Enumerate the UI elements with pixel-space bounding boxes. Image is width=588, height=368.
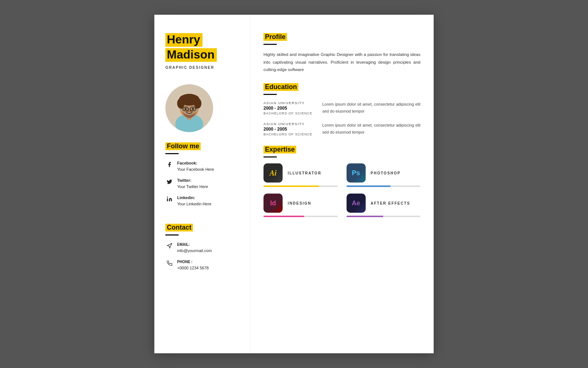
aftereffects-bar-bg <box>347 216 421 217</box>
indesign-label: INDESIGN <box>288 201 311 205</box>
indesign-bar-fill <box>263 216 304 217</box>
twitter-icon <box>165 178 173 186</box>
linkedin-icon <box>165 195 173 203</box>
expertise-section: Expertise Ai ILLUSTRATOR <box>263 146 420 217</box>
email-item: EMAIL: info@yourmail.com <box>165 241 239 254</box>
contact-title: Contact <box>165 224 193 231</box>
twitter-item: Twitter: Your Twitter Here <box>165 177 239 190</box>
profile-section: Profile Highly skilled and imaginative G… <box>263 33 420 74</box>
phone-value: +0000 1234 5678 <box>177 266 209 270</box>
svg-point-9 <box>183 94 195 101</box>
photoshop-label: PHOTOSHOP <box>371 171 401 175</box>
edu-years-1: 2000 - 2005 <box>263 106 315 111</box>
avatar <box>165 84 213 132</box>
phone-item: PHONE : +0000 1234 5678 <box>165 259 239 271</box>
edu-degree-1: BACHELORS OF SCIENCE <box>263 112 315 115</box>
indesign-bar-bg <box>263 216 338 217</box>
contact-divider <box>165 234 179 236</box>
edu-entry-1: ASIAN UNIVERSITY 2000 - 2005 BACHELORS O… <box>263 101 420 115</box>
first-name: Henry <box>165 33 202 47</box>
last-name: Madison <box>165 48 217 62</box>
left-column: Henry Madison GRAPHIC DESIGNER <box>154 15 250 353</box>
expertise-divider <box>263 156 277 158</box>
education-entries: ASIAN UNIVERSITY 2000 - 2005 BACHELORS O… <box>263 101 420 136</box>
expertise-aftereffects: Ae AFTER EFFECTS <box>347 194 421 217</box>
indesign-icon: Id <box>263 194 283 213</box>
contact-section: Contact EMAIL: info@yourmail.com PHONE :… <box>165 224 239 276</box>
edu-desc-2: Lorem ipsum dolor sit amet, consectetur … <box>322 122 420 136</box>
facebook-label: Facebook: <box>177 161 197 165</box>
expertise-photoshop: Ps PHOTOSHOP <box>347 163 421 187</box>
email-icon <box>165 242 173 250</box>
expertise-indesign-top: Id INDESIGN <box>263 194 338 213</box>
avatar-wrapper <box>165 84 239 132</box>
facebook-handle: Your Facebook Here <box>177 167 214 171</box>
illustrator-icon: Ai <box>263 163 283 183</box>
edu-degree-2: BACHELORS OF SCIENCE <box>263 132 315 136</box>
follow-title: Follow me <box>165 142 201 150</box>
expertise-aftereffects-top: Ae AFTER EFFECTS <box>347 194 421 213</box>
twitter-text: Twitter: Your Twitter Here <box>177 177 208 190</box>
svg-marker-18 <box>167 244 172 248</box>
expertise-title: Expertise <box>263 146 296 153</box>
facebook-icon <box>165 160 173 169</box>
avatar-image <box>165 84 213 132</box>
twitter-handle: Your Twitter Here <box>177 184 208 189</box>
expertise-illustrator-top: Ai ILLUSTRATOR <box>263 163 338 183</box>
edu-entry-2: ASIAN UNIVERSITY 2000 - 2005 BACHELORS O… <box>263 122 420 136</box>
profile-text: Highly skilled and imaginative Graphic D… <box>263 51 420 74</box>
expertise-grid: Ai ILLUSTRATOR Ps PHOTOSHOP <box>263 163 420 217</box>
expertise-illustrator: Ai ILLUSTRATOR <box>263 163 338 187</box>
edu-years-2: 2000 - 2005 <box>263 127 315 132</box>
edu-left-1: ASIAN UNIVERSITY 2000 - 2005 BACHELORS O… <box>263 101 315 115</box>
aftereffects-label: AFTER EFFECTS <box>371 201 410 205</box>
follow-divider <box>165 153 179 154</box>
aftereffects-icon: Ae <box>347 194 366 213</box>
phone-label: PHONE : <box>177 260 193 264</box>
education-title: Education <box>263 83 298 91</box>
edu-university-1: ASIAN UNIVERSITY <box>263 101 315 105</box>
illustrator-label: ILLUSTRATOR <box>288 171 322 175</box>
right-column: Profile Highly skilled and imaginative G… <box>250 15 434 353</box>
illustrator-bar-fill <box>263 185 319 187</box>
svg-point-15 <box>184 108 187 110</box>
profile-title: Profile <box>263 33 287 41</box>
expertise-photoshop-top: Ps PHOTOSHOP <box>347 163 421 183</box>
svg-point-16 <box>192 108 194 110</box>
email-value: info@yourmail.com <box>177 248 212 253</box>
linkedin-label: Linkedin: <box>177 195 195 200</box>
facebook-text: Facebook: Your Facebook Here <box>177 160 214 172</box>
job-title: GRAPHIC DESIGNER <box>165 66 239 70</box>
linkedin-text: Linkedin: Your Linkedin Here <box>177 195 211 207</box>
edu-desc-1: Lorem ipsum dolor sit amet, consectetur … <box>322 101 420 115</box>
edu-left-2: ASIAN UNIVERSITY 2000 - 2005 BACHELORS O… <box>263 122 315 136</box>
twitter-label: Twitter: <box>177 178 191 183</box>
email-text: EMAIL: info@yourmail.com <box>177 241 212 254</box>
facebook-item: Facebook: Your Facebook Here <box>165 160 239 172</box>
svg-point-17 <box>167 197 168 198</box>
illustrator-bar-bg <box>263 185 338 187</box>
name-block: Henry Madison GRAPHIC DESIGNER <box>165 33 239 70</box>
edu-university-2: ASIAN UNIVERSITY <box>263 122 315 126</box>
linkedin-handle: Your Linkedin Here <box>177 202 211 206</box>
linkedin-item: Linkedin: Your Linkedin Here <box>165 195 239 207</box>
phone-icon <box>165 259 173 267</box>
photoshop-bar-bg <box>347 185 421 187</box>
email-label: EMAIL: <box>177 243 190 247</box>
photoshop-icon: Ps <box>347 163 366 183</box>
phone-text: PHONE : +0000 1234 5678 <box>177 259 209 271</box>
profile-divider <box>263 44 277 45</box>
photoshop-bar-fill <box>347 185 391 187</box>
resume-page: Henry Madison GRAPHIC DESIGNER <box>154 15 434 353</box>
follow-section: Follow me Facebook: Your Facebook Here T… <box>165 142 239 212</box>
education-section: Education ASIAN UNIVERSITY 2000 - 2005 B… <box>263 83 420 136</box>
expertise-indesign: Id INDESIGN <box>263 194 338 217</box>
education-divider <box>263 94 277 95</box>
aftereffects-bar-fill <box>347 216 384 217</box>
